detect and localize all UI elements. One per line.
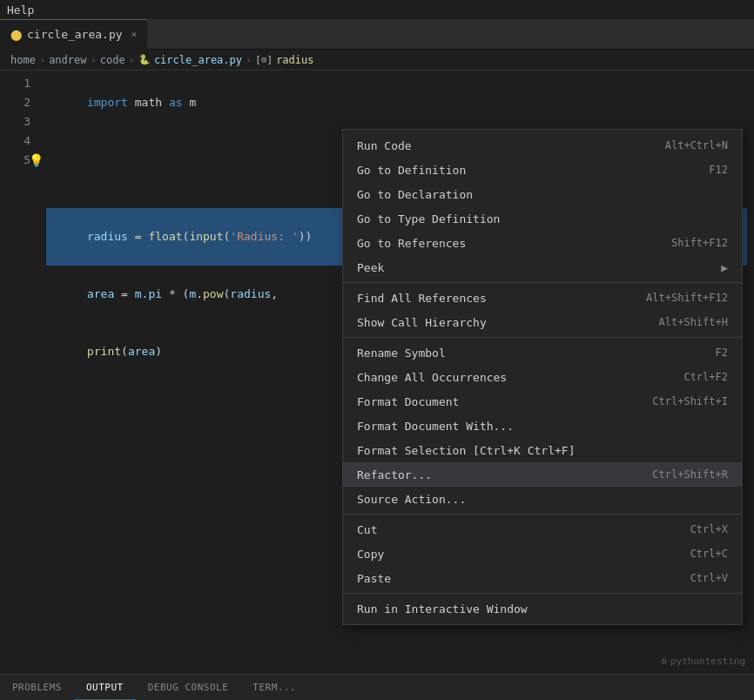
tab-close-button[interactable]: × [131,29,138,40]
menu-format-selection-label: Format Selection [Ctrl+K Ctrl+F] [357,444,710,457]
tab-bar: ⬤ circle_area.py × [0,19,754,50]
menu-find-all-references-shortcut: Alt+Shift+F12 [646,292,728,304]
menu-run-code-label: Run Code [357,139,648,152]
watermark: ⚙ pythontesting [661,656,745,667]
menu-copy-label: Copy [357,548,673,561]
crumb-andrew[interactable]: andrew [49,54,86,66]
separator-1 [343,282,742,283]
menu-paste-label: Paste [357,572,673,585]
python-file-icon: ⬤ [10,29,22,41]
separator-2 [343,337,742,338]
menu-run-interactive[interactable]: Run in Interactive Window [343,596,742,621]
menu-peek[interactable]: Peek ▶ [343,255,742,279]
menu-peek-label: Peek [357,261,717,274]
menu-rename-symbol[interactable]: Rename Symbol F2 [343,340,742,365]
menu-refactor-shortcut: Ctrl+Shift+R [652,468,728,481]
menu-go-to-definition-shortcut: F12 [709,164,728,176]
menu-copy-shortcut: Ctrl+C [690,548,728,560]
menu-go-to-type-definition[interactable]: Go to Type Definition [343,206,742,231]
menu-cut[interactable]: Cut Ctrl+X [343,517,742,542]
breadcrumb-sep-3: › [129,54,135,66]
line-num-3: 3 [0,112,30,131]
menu-change-all-occurrences[interactable]: Change All Occurrences Ctrl+F2 [343,365,742,389]
menu-run-code-shortcut: Alt+Ctrl+N [665,139,728,151]
menu-refactor-label: Refactor... [357,468,635,481]
breadcrumb: home › andrew › code › 🐍 circle_area.py … [0,50,754,71]
menu-cut-label: Cut [357,523,673,536]
breadcrumb-sep-1: › [39,54,45,66]
menu-show-call-hierarchy[interactable]: Show Call Hierarchy Alt+Shift+H [343,310,742,334]
watermark-text: pythontesting [670,656,745,667]
menu-format-document-with-label: Format Document With... [357,420,710,433]
menu-show-call-hierarchy-label: Show Call Hierarchy [357,316,642,329]
bottom-panel: PROBLEMS OUTPUT DEBUG CONSOLE TERM... [0,674,754,700]
menu-go-to-definition-label: Go to Definition [357,164,691,177]
separator-4 [343,593,742,594]
menu-change-all-occurrences-shortcut: Ctrl+F2 [683,371,728,383]
line-num-2: 2 [0,93,30,112]
menu-find-all-references-label: Find All References [357,292,629,305]
menu-run-interactive-label: Run in Interactive Window [357,602,710,616]
menu-go-to-references[interactable]: Go to References Shift+F12 [343,231,742,255]
menu-format-document-shortcut: Ctrl+Shift+I [652,395,728,407]
menu-format-document[interactable]: Format Document Ctrl+Shift+I [343,389,742,414]
breadcrumb-sep-2: › [91,54,97,66]
menu-format-document-with[interactable]: Format Document With... [343,414,742,438]
line-num-4: 4 [0,131,30,151]
menu-format-selection[interactable]: Format Selection [Ctrl+K Ctrl+F] [343,438,742,462]
menu-cut-shortcut: Ctrl+X [690,523,728,535]
panel-tab-terminal[interactable]: TERM... [240,675,308,700]
separator-3 [343,514,742,515]
menu-source-action-label: Source Action... [357,493,710,506]
menu-paste-shortcut: Ctrl+V [690,572,728,584]
crumb-code[interactable]: code [100,54,125,66]
menu-run-code[interactable]: Run Code Alt+Ctrl+N [343,133,742,158]
breadcrumb-sep-4: › [246,54,252,66]
panel-tab-output[interactable]: OUTPUT [74,675,136,700]
crumb-file[interactable]: circle_area.py [154,54,242,66]
menu-change-all-occurrences-label: Change All Occurrences [357,371,666,384]
menu-refactor[interactable]: Refactor... Ctrl+Shift+R [343,462,742,487]
panel-tab-debug-console[interactable]: DEBUG CONSOLE [136,675,241,700]
menu-go-to-declaration[interactable]: Go to Declaration [343,182,742,206]
panel-tab-problems[interactable]: PROBLEMS [0,675,74,700]
crumb-home[interactable]: home [10,54,36,66]
menu-go-to-declaration-label: Go to Declaration [357,188,710,201]
crumb-symbol[interactable]: radius [276,54,313,66]
menu-source-action[interactable]: Source Action... [343,487,742,511]
editor-tab[interactable]: ⬤ circle_area.py × [0,19,147,50]
line-num-1: 1 [0,74,30,93]
crumb-symbol-icon: [⊙] [255,54,273,65]
menu-bar: Help [0,0,754,19]
menu-copy[interactable]: Copy Ctrl+C [343,542,742,566]
menu-format-document-label: Format Document [357,395,635,408]
menu-go-to-type-definition-label: Go to Type Definition [357,212,710,225]
menu-rename-symbol-shortcut: F2 [716,347,728,359]
tab-label: circle_area.py [27,28,123,41]
help-menu[interactable]: Help [7,3,34,17]
menu-go-to-references-label: Go to References [357,237,654,250]
panel-tabs: PROBLEMS OUTPUT DEBUG CONSOLE TERM... [0,675,308,700]
lightbulb-icon: 💡 [29,151,44,170]
peek-submenu-arrow: ▶ [721,261,728,274]
line-num-5: 5 [0,151,30,170]
menu-find-all-references[interactable]: Find All References Alt+Shift+F12 [343,286,742,310]
menu-rename-symbol-label: Rename Symbol [357,347,698,360]
context-menu: Run Code Alt+Ctrl+N Go to Definition F12… [342,129,743,625]
code-line-1: import math as m [46,74,747,131]
python-icon: 🐍 [138,54,151,65]
menu-go-to-definition[interactable]: Go to Definition F12 [343,158,742,182]
menu-paste[interactable]: Paste Ctrl+V [343,566,742,590]
menu-go-to-references-shortcut: Shift+F12 [671,237,728,249]
menu-show-call-hierarchy-shortcut: Alt+Shift+H [659,316,728,328]
watermark-icon: ⚙ [661,656,667,667]
